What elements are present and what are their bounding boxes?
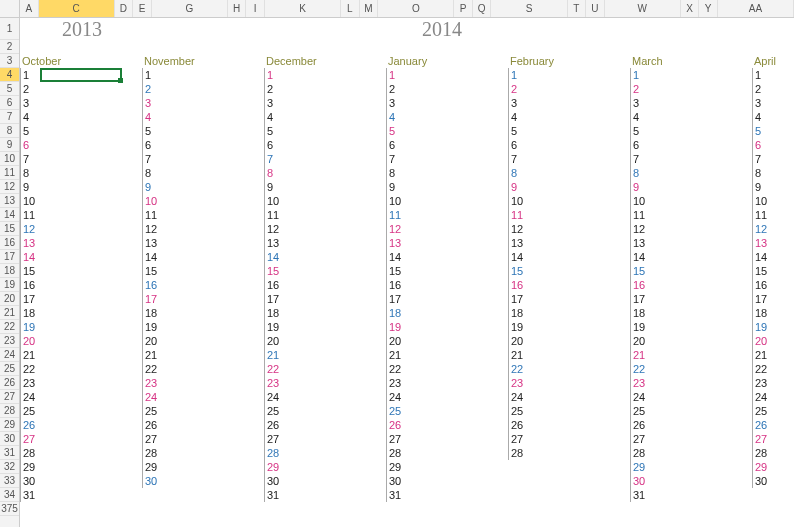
row-header[interactable]: 15 <box>0 222 19 236</box>
day-cell[interactable]: 5 <box>508 124 528 138</box>
row-header[interactable]: 16 <box>0 236 19 250</box>
column-header[interactable]: S <box>491 0 567 17</box>
row-header[interactable]: 18 <box>0 264 19 278</box>
day-cell[interactable]: 22 <box>20 362 40 376</box>
day-cell[interactable]: 1 <box>20 68 40 82</box>
row-header[interactable]: 2 <box>0 40 19 54</box>
day-cell[interactable]: 12 <box>20 222 40 236</box>
day-cell[interactable]: 15 <box>630 264 650 278</box>
day-cell[interactable]: 19 <box>630 320 650 334</box>
row-header[interactable]: 10 <box>0 152 19 166</box>
day-cell[interactable]: 24 <box>386 390 406 404</box>
day-cell[interactable]: 23 <box>264 376 284 390</box>
day-cell[interactable]: 22 <box>386 362 406 376</box>
day-cell[interactable]: 25 <box>508 404 528 418</box>
day-cell[interactable]: 30 <box>20 474 40 488</box>
day-cell[interactable]: 10 <box>630 194 650 208</box>
day-cell[interactable]: 5 <box>386 124 406 138</box>
day-cell[interactable]: 22 <box>142 362 162 376</box>
day-cell[interactable]: 7 <box>20 152 40 166</box>
day-cell[interactable]: 21 <box>142 348 162 362</box>
day-cell[interactable]: 9 <box>386 180 406 194</box>
day-cell[interactable]: 29 <box>20 460 40 474</box>
day-cell[interactable]: 19 <box>264 320 284 334</box>
day-cell[interactable]: 17 <box>142 292 162 306</box>
day-cell[interactable]: 29 <box>142 460 162 474</box>
day-cell[interactable]: 4 <box>386 110 406 124</box>
day-cell[interactable]: 12 <box>386 222 406 236</box>
day-cell[interactable]: 2 <box>508 82 528 96</box>
day-cell[interactable]: 6 <box>142 138 162 152</box>
day-cell[interactable]: 8 <box>630 166 650 180</box>
day-cell[interactable]: 29 <box>752 460 772 474</box>
day-cell[interactable]: 27 <box>752 432 772 446</box>
day-cell[interactable]: 30 <box>142 474 162 488</box>
column-header[interactable]: X <box>681 0 700 17</box>
day-cell[interactable]: 1 <box>142 68 162 82</box>
day-cell[interactable]: 14 <box>142 250 162 264</box>
day-cell[interactable]: 25 <box>20 404 40 418</box>
day-cell[interactable]: 28 <box>386 446 406 460</box>
day-cell[interactable]: 28 <box>142 446 162 460</box>
day-cell[interactable]: 14 <box>264 250 284 264</box>
day-cell[interactable]: 10 <box>508 194 528 208</box>
column-header[interactable]: D <box>115 0 134 17</box>
day-cell[interactable]: 23 <box>752 376 772 390</box>
column-header[interactable]: T <box>568 0 587 17</box>
day-cell[interactable]: 3 <box>20 96 40 110</box>
row-header[interactable]: 32 <box>0 460 19 474</box>
column-header[interactable]: AA <box>718 0 794 17</box>
day-cell[interactable]: 19 <box>20 320 40 334</box>
row-header[interactable]: 4 <box>0 68 19 82</box>
day-cell[interactable]: 6 <box>20 138 40 152</box>
day-cell[interactable]: 9 <box>630 180 650 194</box>
day-cell[interactable]: 7 <box>630 152 650 166</box>
day-cell[interactable]: 9 <box>20 180 40 194</box>
day-cell[interactable]: 19 <box>752 320 772 334</box>
day-cell[interactable]: 26 <box>20 418 40 432</box>
day-cell[interactable]: 1 <box>386 68 406 82</box>
day-cell[interactable]: 2 <box>142 82 162 96</box>
day-cell[interactable]: 7 <box>508 152 528 166</box>
day-cell[interactable]: 19 <box>142 320 162 334</box>
row-header[interactable]: 7 <box>0 110 19 124</box>
day-cell[interactable]: 3 <box>752 96 772 110</box>
day-cell[interactable]: 24 <box>508 390 528 404</box>
day-cell[interactable]: 16 <box>264 278 284 292</box>
day-cell[interactable]: 26 <box>508 418 528 432</box>
day-cell[interactable]: 8 <box>508 166 528 180</box>
day-cell[interactable]: 20 <box>264 334 284 348</box>
day-cell[interactable]: 6 <box>630 138 650 152</box>
day-cell[interactable]: 18 <box>20 306 40 320</box>
day-cell[interactable]: 5 <box>264 124 284 138</box>
day-cell[interactable]: 27 <box>142 432 162 446</box>
day-cell[interactable]: 6 <box>386 138 406 152</box>
day-cell[interactable]: 22 <box>508 362 528 376</box>
day-cell[interactable]: 25 <box>386 404 406 418</box>
day-cell[interactable]: 11 <box>630 208 650 222</box>
day-cell[interactable]: 8 <box>142 166 162 180</box>
day-cell[interactable]: 8 <box>20 166 40 180</box>
day-cell[interactable]: 14 <box>752 250 772 264</box>
row-header[interactable]: 17 <box>0 250 19 264</box>
day-cell[interactable]: 21 <box>752 348 772 362</box>
day-cell[interactable]: 23 <box>508 376 528 390</box>
column-header[interactable]: O <box>378 0 454 17</box>
day-cell[interactable]: 3 <box>508 96 528 110</box>
day-cell[interactable]: 18 <box>386 306 406 320</box>
row-header[interactable]: 28 <box>0 404 19 418</box>
day-cell[interactable]: 9 <box>508 180 528 194</box>
row-header[interactable]: 25 <box>0 362 19 376</box>
day-cell[interactable]: 19 <box>508 320 528 334</box>
day-cell[interactable]: 16 <box>20 278 40 292</box>
row-header[interactable]: 8 <box>0 124 19 138</box>
day-cell[interactable]: 24 <box>142 390 162 404</box>
row-header[interactable] <box>0 516 19 527</box>
row-header[interactable]: 22 <box>0 320 19 334</box>
day-cell[interactable]: 11 <box>386 208 406 222</box>
row-header[interactable]: 375 <box>0 502 19 516</box>
day-cell[interactable]: 11 <box>508 208 528 222</box>
row-header[interactable]: 20 <box>0 292 19 306</box>
day-cell[interactable]: 1 <box>264 68 284 82</box>
day-cell[interactable]: 14 <box>386 250 406 264</box>
